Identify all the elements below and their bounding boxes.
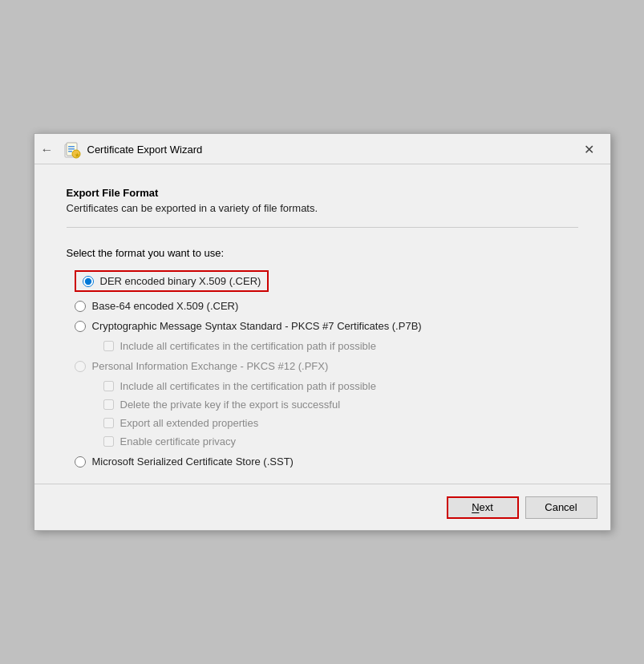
chk4-row[interactable]: Export all extended properties (103, 417, 578, 429)
svg-rect-2 (68, 146, 75, 148)
prompt-label: Select the format you want to use: (67, 247, 578, 259)
radio-sst[interactable] (75, 456, 86, 468)
label-chk4: Export all extended properties (120, 417, 259, 429)
option-base64-row[interactable]: Base-64 encoded X.509 (.CER) (75, 300, 578, 312)
window-title: Certificate Export Wizard (87, 144, 203, 156)
option-sst-row[interactable]: Microsoft Serialized Certificate Store (… (75, 455, 578, 468)
label-chk1: Include all certificates in the certific… (120, 340, 376, 352)
section-desc: Certificates can be exported in a variet… (67, 202, 578, 214)
chk2-row[interactable]: Include all certificates in the certific… (103, 380, 578, 392)
label-pfx: Personal Information Exchange - PKCS #12… (92, 360, 329, 372)
chk5-row[interactable]: Enable certificate privacy (103, 435, 578, 447)
divider (67, 227, 578, 228)
title-bar-left: ← ★ Certificate Export Wizard (41, 141, 203, 159)
chk-export-extended[interactable] (103, 418, 114, 428)
chk1-row[interactable]: Include all certificates in the certific… (103, 340, 578, 352)
next-label: Next (472, 501, 493, 513)
radio-der[interactable] (83, 276, 94, 287)
close-button[interactable]: ✕ (578, 139, 601, 161)
chk3-row[interactable]: Delete the private key if the export is … (103, 399, 578, 411)
footer: Next Cancel (34, 484, 610, 530)
chk-delete-private-key[interactable] (103, 399, 114, 410)
option-pkcs7-row[interactable]: Cryptographic Message Syntax Standard - … (75, 320, 578, 332)
label-base64: Base-64 encoded X.509 (.CER) (92, 300, 239, 312)
label-chk2: Include all certificates in the certific… (120, 380, 376, 392)
title-bar: ← ★ Certificate Export Wizard ✕ (34, 134, 610, 164)
wizard-icon: ★ (63, 141, 81, 159)
chk-include-certs-pfx[interactable] (103, 381, 114, 391)
chk-cert-privacy[interactable] (103, 436, 114, 447)
wizard-window: ← ★ Certificate Export Wizard ✕ Export F… (34, 133, 611, 531)
label-sst: Microsoft Serialized Certificate Store (… (92, 455, 294, 468)
chk-include-certs-pkcs7[interactable] (103, 341, 114, 351)
next-button[interactable]: Next (447, 496, 519, 519)
label-pkcs7: Cryptographic Message Syntax Standard - … (92, 320, 422, 332)
label-der: DER encoded binary X.509 (.CER) (100, 275, 261, 287)
radio-pfx[interactable] (75, 361, 86, 372)
label-chk3: Delete the private key if the export is … (120, 399, 341, 411)
radio-pkcs7[interactable] (75, 321, 86, 332)
pfx-suboptions: Include all certificates in the certific… (103, 380, 578, 447)
svg-rect-3 (68, 148, 75, 150)
label-chk5: Enable certificate privacy (120, 435, 237, 447)
option-pfx-row[interactable]: Personal Information Exchange - PKCS #12… (75, 360, 578, 372)
section-title: Export File Format (67, 187, 578, 199)
svg-rect-4 (68, 151, 72, 152)
pkcs7-suboptions: Include all certificates in the certific… (103, 340, 578, 352)
svg-text:★: ★ (74, 152, 79, 157)
format-options: DER encoded binary X.509 (.CER) Base-64 … (75, 270, 578, 468)
cancel-button[interactable]: Cancel (525, 496, 597, 519)
cancel-label: Cancel (545, 501, 577, 513)
back-button[interactable]: ← (41, 143, 54, 157)
option-der-row[interactable]: DER encoded binary X.509 (.CER) (75, 270, 269, 292)
wizard-content: Export File Format Certificates can be e… (34, 164, 610, 484)
radio-base64[interactable] (75, 301, 86, 312)
